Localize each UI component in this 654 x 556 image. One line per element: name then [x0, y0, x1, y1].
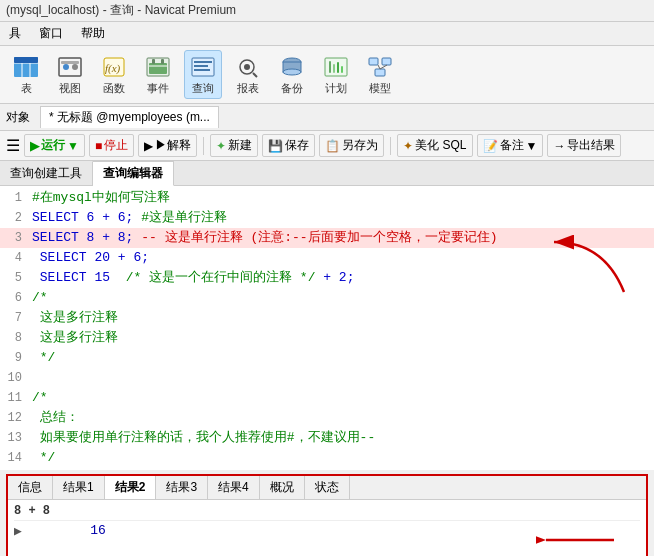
result-content: 8 + 8 ▶ 16: [8, 500, 646, 556]
svg-rect-33: [375, 69, 385, 76]
code-line-2: 2 SELECT 6 + 6; #这是单行注释: [0, 208, 654, 228]
tab-status[interactable]: 状态: [305, 476, 350, 499]
separator-1: [203, 137, 204, 155]
tab-result2[interactable]: 结果2: [105, 476, 157, 499]
svg-rect-4: [14, 57, 38, 63]
query-tabs: 查询创建工具 查询编辑器: [0, 161, 654, 186]
tab-result3[interactable]: 结果3: [156, 476, 208, 499]
code-line-9: 9 */: [0, 348, 654, 368]
toolbar-function-label: 函数: [103, 81, 125, 96]
result-arrow: [536, 520, 616, 556]
beautify-button[interactable]: ✦ 美化 SQL: [397, 134, 472, 157]
toolbar-event-label: 事件: [147, 81, 169, 96]
save-button[interactable]: 💾 保存: [262, 134, 315, 157]
query-icon: [189, 53, 217, 81]
code-line-10: 10: [0, 368, 654, 388]
backup-note-button[interactable]: 📝 备注 ▼: [477, 134, 544, 157]
file-tab[interactable]: * 无标题 @myemployees (m...: [40, 106, 219, 128]
plan-icon: [322, 53, 350, 81]
save-icon: 💾: [268, 139, 283, 153]
toolbar-table-label: 表: [21, 81, 32, 96]
save-as-button[interactable]: 📋 另存为: [319, 134, 384, 157]
code-line-1: 1 #在mysql中如何写注释: [0, 188, 654, 208]
new-icon: ✦: [216, 139, 226, 153]
toolbar-query[interactable]: 查询: [184, 50, 222, 99]
svg-rect-18: [194, 65, 208, 67]
model-icon: [366, 53, 394, 81]
code-line-13: 13 如果要使用单行注释的话，我个人推荐使用#，不建议用--: [0, 428, 654, 448]
export-button[interactable]: → 导出结果: [547, 134, 621, 157]
title-text: (mysql_localhost) - 查询 - Navicat Premium: [6, 3, 236, 17]
toolbar-table[interactable]: 表: [8, 51, 44, 98]
svg-line-35: [380, 65, 387, 69]
tab-query-builder[interactable]: 查询创建工具: [0, 161, 93, 185]
toolbar-backup-label: 备份: [281, 81, 303, 96]
tab-result1[interactable]: 结果1: [53, 476, 105, 499]
tab-result4[interactable]: 结果4: [208, 476, 260, 499]
menu-item-help[interactable]: 帮助: [78, 24, 108, 43]
beautify-icon: ✦: [403, 139, 413, 153]
save-as-icon: 📋: [325, 139, 340, 153]
run-button[interactable]: ▶ 运行 ▼: [24, 134, 85, 157]
new-button[interactable]: ✦ 新建: [210, 134, 258, 157]
editor-wrapper: 1 #在mysql中如何写注释 2 SELECT 6 + 6; #这是单行注释 …: [0, 186, 654, 470]
svg-rect-19: [194, 69, 210, 71]
menu-bar: 具 窗口 帮助: [0, 22, 654, 46]
view-icon: [56, 53, 84, 81]
explain-button[interactable]: ▶ ▶解释: [138, 134, 197, 157]
toolbar-plan-label: 计划: [325, 81, 347, 96]
svg-rect-30: [341, 66, 343, 73]
menu-item-tools[interactable]: 具: [6, 24, 24, 43]
svg-rect-8: [61, 61, 79, 64]
code-line-12: 12 总结：: [0, 408, 654, 428]
code-line-4: 4 SELECT 20 + 6;: [0, 248, 654, 268]
svg-point-7: [72, 64, 78, 70]
result-col-header: 8 + 8: [14, 504, 74, 518]
menu-item-window[interactable]: 窗口: [36, 24, 66, 43]
code-line-3: 3 SELECT 8 + 8; -- 这是单行注释 (注意:--后面要加一个空格…: [0, 228, 654, 248]
stop-icon: ■: [95, 139, 102, 153]
toolbar-function[interactable]: f(x) 函数: [96, 51, 132, 98]
svg-point-21: [244, 64, 250, 70]
tab-info[interactable]: 信息: [8, 476, 53, 499]
toolbar-backup[interactable]: 备份: [274, 51, 310, 98]
backup-icon: [278, 53, 306, 81]
toolbar-event[interactable]: 事件: [140, 51, 176, 98]
svg-rect-27: [329, 61, 331, 73]
toolbar-plan[interactable]: 计划: [318, 51, 354, 98]
svg-point-25: [283, 69, 301, 75]
svg-rect-14: [161, 59, 164, 64]
svg-point-6: [63, 64, 69, 70]
svg-rect-31: [369, 58, 378, 65]
note-icon: 📝: [483, 139, 498, 153]
code-line-14: 14 */: [0, 448, 654, 468]
svg-rect-17: [194, 61, 212, 63]
toolbar-model-label: 模型: [369, 81, 391, 96]
result-header-row: 8 + 8: [14, 504, 640, 521]
run-icon: ▶: [30, 139, 39, 153]
result-panel: 信息 结果1 结果2 结果3 结果4 概况 状态 8 + 8 ▶ 16: [6, 474, 648, 556]
tab-overview[interactable]: 概况: [260, 476, 305, 499]
code-editor[interactable]: 1 #在mysql中如何写注释 2 SELECT 6 + 6; #这是单行注释 …: [0, 186, 654, 470]
separator-2: [390, 137, 391, 155]
toolbar-report[interactable]: 报表: [230, 51, 266, 98]
svg-text:f(x): f(x): [105, 62, 121, 75]
table-icon: [12, 53, 40, 81]
export-icon: →: [553, 139, 565, 153]
hamburger-icon[interactable]: ☰: [6, 136, 20, 155]
tab-query-editor[interactable]: 查询编辑器: [93, 161, 174, 186]
object-tab-bar: 对象 * 无标题 @myemployees (m...: [0, 104, 654, 131]
svg-line-22: [253, 73, 257, 77]
toolbar-report-label: 报表: [237, 81, 259, 96]
code-line-11: 11 /*: [0, 388, 654, 408]
query-toolbar: ☰ ▶ 运行 ▼ ■ 停止 ▶ ▶解释 ✦ 新建 💾 保存 📋 另存为 ✦ 美化…: [0, 131, 654, 161]
svg-rect-28: [333, 64, 335, 73]
result-tabs: 信息 结果1 结果2 结果3 结果4 概况 状态: [8, 476, 646, 500]
svg-rect-13: [152, 59, 155, 64]
toolbar-view[interactable]: 视图: [52, 51, 88, 98]
main-toolbar: 表 视图 f(x) 函数 事件 查询 报表 备份: [0, 46, 654, 104]
svg-line-34: [378, 65, 380, 69]
object-label: 对象: [6, 109, 30, 126]
toolbar-model[interactable]: 模型: [362, 51, 398, 98]
stop-button[interactable]: ■ 停止: [89, 134, 134, 157]
